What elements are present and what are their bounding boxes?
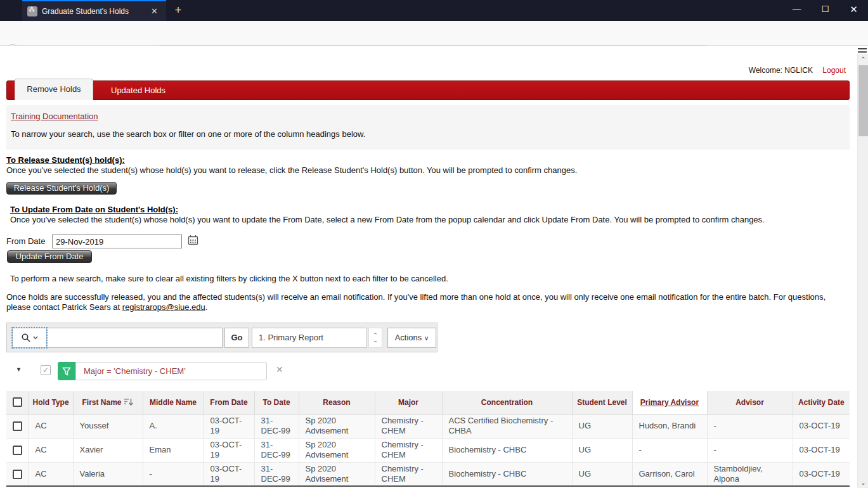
table-cell: Youssef	[73, 414, 143, 438]
go-button[interactable]: Go	[224, 328, 249, 348]
from-date-label: From Date	[6, 236, 45, 246]
window-minimize-button[interactable]: —	[782, 0, 811, 19]
table-row: ACYoussefA.03-OCT-1931-DEC-99Sp 2020 Adv…	[6, 414, 850, 438]
registrar-email-link[interactable]: registrarops@siue.edu	[122, 302, 205, 312]
table-cell: Xavier	[73, 438, 143, 462]
release-holds-button[interactable]: Release Student's Hold(s)	[6, 182, 117, 195]
report-search-input[interactable]	[48, 328, 223, 348]
filter-remove-icon[interactable]: ✕	[276, 364, 283, 375]
site-favicon	[27, 6, 37, 16]
column-header-hold-type[interactable]: Hold Type	[29, 391, 73, 414]
table-cell: Valeria	[73, 462, 143, 486]
column-header-primary-advisor[interactable]: Primary Advisor	[632, 391, 707, 414]
update-from-date-button[interactable]: Update From Date	[7, 250, 92, 263]
update-heading: To Update From Date on Student's Hold(s)…	[10, 205, 178, 214]
table-cell: AC	[29, 414, 73, 438]
apex-tab-bar: Remove Holds Updated Holds	[6, 80, 850, 100]
table-cell: 03-OCT-19	[793, 462, 850, 486]
chevron-down-icon	[33, 336, 38, 340]
collapse-caret-icon[interactable]: ▼	[16, 366, 22, 373]
browser-tab[interactable]: Graduate Student's Holds ✕	[22, 0, 166, 21]
filter-funnel-icon	[58, 362, 75, 380]
logout-link[interactable]: Logout	[822, 66, 846, 75]
table-cell: Biochemistry - CHBC	[442, 462, 572, 486]
column-header-student-level[interactable]: Student Level	[572, 391, 632, 414]
update-body: Once you've selected the student(s) whos…	[10, 215, 847, 224]
tab-updated-holds[interactable]: Updated Holds	[102, 81, 174, 100]
table-cell: Hudson, Brandi	[632, 414, 707, 438]
report-select[interactable]: 1. Primary Report	[252, 328, 367, 348]
report-spinner[interactable]: ⌃⌄	[368, 328, 382, 348]
select-all-header	[6, 391, 29, 414]
table-cell: Chemistry - CHEM	[375, 462, 442, 486]
calendar-icon[interactable]	[188, 234, 198, 247]
spinner-down-icon: ⌄	[373, 338, 378, 343]
from-date-input[interactable]	[52, 234, 182, 248]
sort-icon	[124, 398, 134, 406]
table-cell: 03-OCT-19	[204, 438, 254, 462]
scrollbar-thumb[interactable]	[858, 65, 868, 136]
report-toolbar: Go 1. Primary Report ⌃⌄ Actions ∨	[6, 323, 437, 352]
table-cell: 31-DEC-99	[254, 414, 299, 438]
table-cell: 31-DEC-99	[254, 438, 299, 462]
new-tab-button[interactable]: +	[170, 3, 186, 18]
table-cell: ACS Certified Biochemistry - CHBA	[442, 414, 572, 438]
page-content: Welcome: NGLICK Logout Remove Holds Upda…	[0, 46, 857, 488]
info-box: Training Documentation To narrow your se…	[6, 105, 850, 150]
table-cell: 03-OCT-19	[204, 462, 254, 486]
training-documentation-link[interactable]: Training Documentation	[11, 112, 98, 121]
search-scope-button[interactable]	[12, 328, 47, 348]
filter-chip[interactable]: Major = 'Chemistry - CHEM'	[75, 362, 267, 380]
table-cell: Sp 2020 Advisement	[299, 438, 375, 462]
table-bottom-border	[6, 485, 850, 487]
browser-titlebar: Graduate Student's Holds ✕ + — ☐ ✕	[0, 0, 868, 21]
row-checkbox[interactable]	[13, 446, 22, 455]
filter-row: ▼ ✓ Major = 'Chemistry - CHEM' ✕	[0, 361, 444, 380]
window-maximize-button[interactable]: ☐	[811, 0, 839, 19]
row-checkbox[interactable]	[13, 470, 22, 479]
column-header-first-name[interactable]: First Name	[73, 391, 143, 414]
table-cell: 03-OCT-19	[793, 438, 850, 462]
table-cell: UG	[572, 462, 632, 486]
column-header-activity-date[interactable]: Activity Date	[793, 391, 850, 414]
table-cell: AC	[29, 438, 73, 462]
window-close-button[interactable]: ✕	[839, 0, 868, 19]
actions-menu-button[interactable]: Actions ∨	[387, 328, 436, 348]
column-header-major[interactable]: Major	[375, 391, 442, 414]
table-cell: -	[143, 462, 204, 486]
table-cell: Stamboldjiev, Alpona	[707, 462, 793, 486]
table-cell: UG	[572, 414, 632, 438]
table-cell: Sp 2020 Advisement	[299, 414, 375, 438]
clear-filters-note: To perform a new search, make sure to cl…	[10, 274, 847, 283]
scroll-up-icon[interactable]: ⌃	[858, 54, 868, 65]
table-cell: -	[707, 414, 793, 438]
holds-table: Hold TypeFirst NameMiddle NameFrom DateT…	[6, 391, 850, 487]
scroll-down-icon[interactable]: ⌄	[858, 477, 868, 488]
filter-checkbox[interactable]: ✓	[41, 365, 51, 375]
column-header-advisor[interactable]: Advisor	[707, 391, 793, 414]
page-scrollbar[interactable]: ⌃ ⌄	[857, 54, 868, 488]
tab-title: Graduate Student's Holds	[42, 7, 148, 16]
table-cell: 31-DEC-99	[254, 462, 299, 486]
table-cell: AC	[29, 462, 73, 486]
row-checkbox[interactable]	[13, 421, 22, 431]
welcome-text: Welcome: NGLICK	[749, 66, 813, 75]
table-cell: Chemistry - CHEM	[375, 438, 442, 462]
column-header-to-date[interactable]: To Date	[254, 391, 299, 414]
column-header-middle-name[interactable]: Middle Name	[143, 391, 204, 414]
table-cell: Biochemistry - CHBC	[442, 438, 572, 462]
table-cell: 03-OCT-19	[204, 414, 254, 438]
table-cell: -	[707, 438, 793, 462]
select-all-checkbox[interactable]	[13, 397, 22, 407]
table-cell: 03-OCT-19	[793, 414, 850, 438]
tab-remove-holds[interactable]: Remove Holds	[15, 79, 93, 100]
table-row: ACXavierEman03-OCT-1931-DEC-99Sp 2020 Ad…	[6, 438, 850, 462]
column-header-from-date[interactable]: From Date	[204, 391, 254, 414]
chevron-down-icon: ∨	[424, 335, 429, 342]
search-icon	[21, 333, 31, 343]
table-cell: A.	[143, 414, 204, 438]
browser-navbar: ⓘ https://bannerpreprod.isg.siue.edu/apx…	[0, 21, 868, 46]
column-header-concentration[interactable]: Concentration	[442, 391, 572, 414]
column-header-reason[interactable]: Reason	[299, 391, 375, 414]
tab-close-icon[interactable]: ✕	[148, 5, 161, 17]
